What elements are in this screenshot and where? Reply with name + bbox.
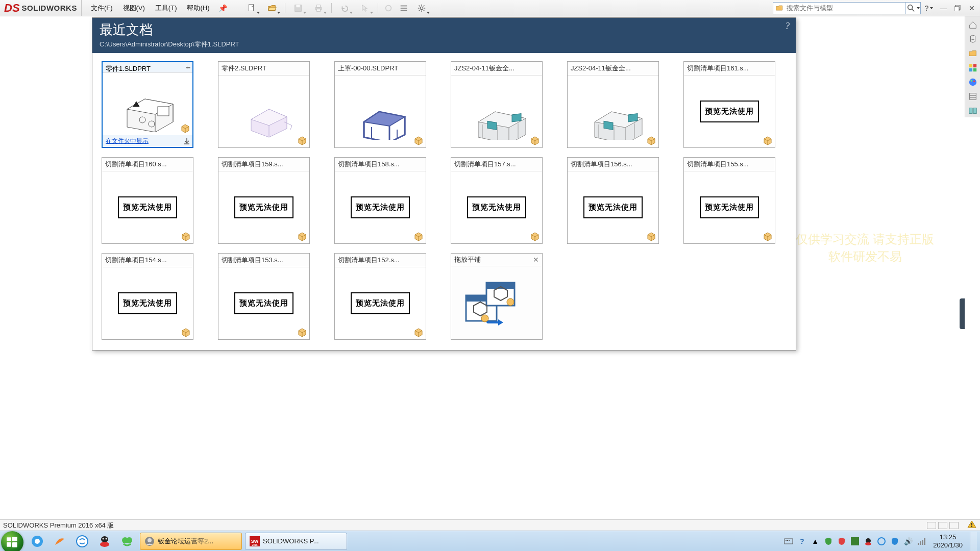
show-desktop-button[interactable] [970, 532, 977, 551]
status-alert-icon[interactable] [967, 520, 977, 530]
package-icon [413, 231, 424, 241]
tray-security-icon[interactable] [890, 537, 899, 546]
custom-props-icon[interactable] [966, 104, 979, 117]
print-button[interactable] [309, 2, 328, 15]
svg-rect-33 [969, 108, 972, 114]
no-preview-label: 预览无法使用 [234, 292, 293, 314]
doc-card[interactable]: 切割清单项目155.s...预览无法使用 [683, 157, 775, 244]
tray-network-icon[interactable] [917, 537, 926, 546]
search-button[interactable] [905, 2, 921, 14]
doc-preview: 预览无法使用 [568, 171, 658, 243]
close-button[interactable]: ✕ [966, 2, 978, 14]
design-lib-icon[interactable] [966, 47, 979, 60]
tray-help-icon[interactable]: ? [797, 537, 806, 546]
tray-shield-icon[interactable] [824, 537, 833, 546]
taskbar-app[interactable]: 钣金论坛运营等2... [140, 533, 242, 550]
doc-card[interactable]: 切割清单项目154.s...预览无法使用 [102, 253, 193, 340]
svg-rect-57 [787, 540, 788, 541]
svg-point-43 [77, 536, 88, 547]
svg-rect-35 [971, 523, 972, 525]
svg-rect-30 [969, 93, 976, 100]
doc-preview: 预览无法使用 [684, 76, 775, 147]
doc-card[interactable]: 切割清单项目161.s...预览无法使用 [683, 61, 775, 148]
settings-button[interactable] [412, 2, 431, 15]
new-doc-button[interactable] [242, 2, 261, 15]
folder-icon [775, 4, 783, 12]
search-box[interactable] [773, 2, 905, 14]
pinned-app-4[interactable] [95, 533, 114, 550]
pinned-app-2[interactable] [50, 533, 69, 550]
tray-cloud-icon[interactable] [877, 537, 886, 546]
svg-line-15 [419, 5, 420, 6]
menu-view[interactable]: 视图(V) [118, 2, 150, 15]
pinned-app-1[interactable] [28, 533, 47, 550]
appearances-icon[interactable] [966, 90, 979, 103]
drag-title: 拖放平铺 [454, 255, 481, 264]
doc-name: 切割清单项目153.s... [218, 254, 309, 267]
view-palette-icon[interactable] [966, 76, 979, 89]
file-explorer-icon[interactable] [966, 61, 979, 74]
doc-card[interactable]: 切割清单项目156.s...预览无法使用 [567, 157, 659, 244]
side-collapse-handle[interactable] [960, 298, 965, 329]
doc-card[interactable]: 切割清单项目159.s...预览无法使用 [218, 157, 310, 244]
resources-icon[interactable] [966, 33, 979, 46]
download-icon[interactable] [183, 138, 190, 145]
doc-card[interactable]: 切割清单项目152.s...预览无法使用 [334, 253, 426, 340]
doc-card[interactable]: 切割清单项目160.s...预览无法使用 [102, 157, 193, 244]
recent-help-icon[interactable]: ? [785, 21, 790, 32]
doc-card[interactable]: JZS2-04-11钣金全... [451, 61, 543, 148]
tray-icons[interactable]: ? ▲ 🔊 [784, 537, 926, 546]
home-icon[interactable] [966, 18, 979, 32]
drag-drop-tile[interactable]: 拖放平铺✕ [451, 253, 543, 340]
search-input[interactable] [783, 4, 903, 12]
doc-card[interactable]: 零件2.SLDPRT [218, 61, 310, 148]
doc-name: 切割清单项目154.s... [102, 254, 193, 267]
rebuild-button[interactable] [382, 2, 395, 15]
package-icon [297, 135, 307, 145]
tray-up-arrow-icon[interactable]: ▲ [811, 537, 820, 546]
doc-card[interactable]: 零件1.SLDPRT⬅在文件夹中显示 [102, 61, 193, 148]
status-seg-3 [949, 522, 959, 529]
help-button[interactable]: ? [923, 2, 935, 14]
doc-preview [451, 76, 542, 147]
pin-icon[interactable]: 📌 [219, 4, 227, 12]
save-button[interactable] [289, 2, 307, 15]
start-button[interactable] [1, 531, 23, 552]
tray-volume-icon[interactable]: 🔊 [903, 537, 913, 546]
menu-help[interactable]: 帮助(H) [182, 2, 214, 15]
doc-preview: 预览无法使用 [451, 171, 542, 243]
doc-preview: 预览无法使用 [218, 267, 309, 339]
svg-rect-8 [400, 8, 407, 9]
tray-keyboard-icon[interactable] [784, 537, 793, 546]
tray-nvidia-icon[interactable] [850, 537, 860, 546]
open-doc-button[interactable] [263, 2, 281, 15]
svg-rect-2 [296, 5, 300, 7]
pinned-app-5[interactable] [117, 533, 137, 550]
doc-card[interactable]: JZS2-04-11钣金全... [567, 61, 659, 148]
tray-qq-icon[interactable] [864, 537, 873, 546]
restore-button[interactable] [951, 2, 964, 14]
undo-button[interactable] [335, 2, 354, 15]
taskbar-app[interactable]: SW2016SOLIDWORKS P... [245, 533, 347, 550]
doc-card[interactable]: 上罩-00-00.SLDPRT [334, 61, 426, 148]
doc-card[interactable]: 切割清单项目153.s...预览无法使用 [218, 253, 310, 340]
tray-av-icon[interactable] [837, 537, 846, 546]
tray-clock[interactable]: 13:25 2020/1/30 [930, 533, 966, 549]
doc-preview: 预览无法使用 [218, 171, 309, 243]
svg-point-29 [973, 80, 975, 82]
doc-card[interactable]: 切割清单项目158.s...预览无法使用 [334, 157, 426, 244]
options-list-button[interactable] [397, 2, 410, 15]
doc-preview: 预览无法使用 [684, 171, 775, 243]
doc-card[interactable]: 切割清单项目157.s...预览无法使用 [451, 157, 543, 244]
pinned-app-3[interactable] [72, 533, 92, 550]
doc-name: 切割清单项目155.s... [684, 158, 775, 171]
close-icon[interactable]: ✕ [533, 256, 539, 264]
pin-icon[interactable]: ⬅ [186, 64, 190, 71]
menu-file[interactable]: 文件(F) [86, 2, 118, 15]
menu-tools[interactable]: 工具(T) [150, 2, 182, 15]
show-in-folder-link[interactable]: 在文件夹中显示 [103, 135, 192, 147]
minimize-button[interactable]: — [937, 2, 949, 14]
doc-name: 切割清单项目159.s... [218, 158, 309, 171]
task-pane [965, 16, 980, 117]
select-button[interactable] [356, 2, 374, 15]
